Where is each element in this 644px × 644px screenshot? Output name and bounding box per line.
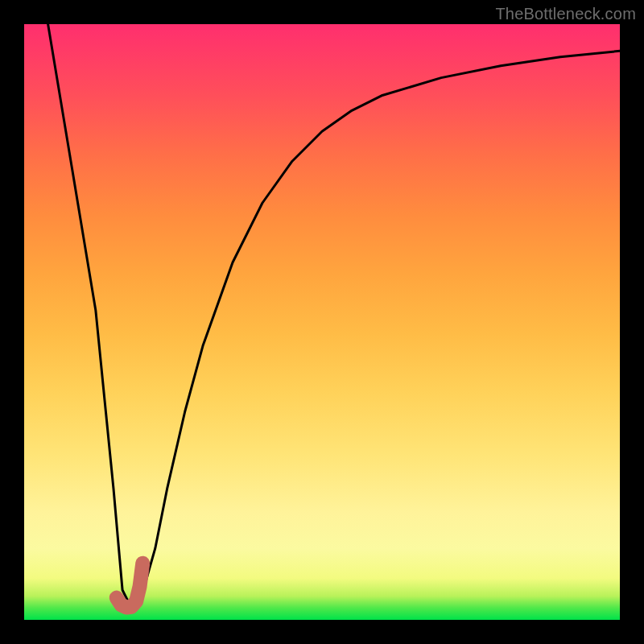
watermark-text: TheBottleneck.com — [495, 5, 636, 23]
main-curve — [48, 24, 620, 608]
plot-area — [24, 24, 620, 620]
curve-svg — [24, 24, 620, 620]
chart-frame: TheBottleneck.com — [0, 0, 644, 644]
